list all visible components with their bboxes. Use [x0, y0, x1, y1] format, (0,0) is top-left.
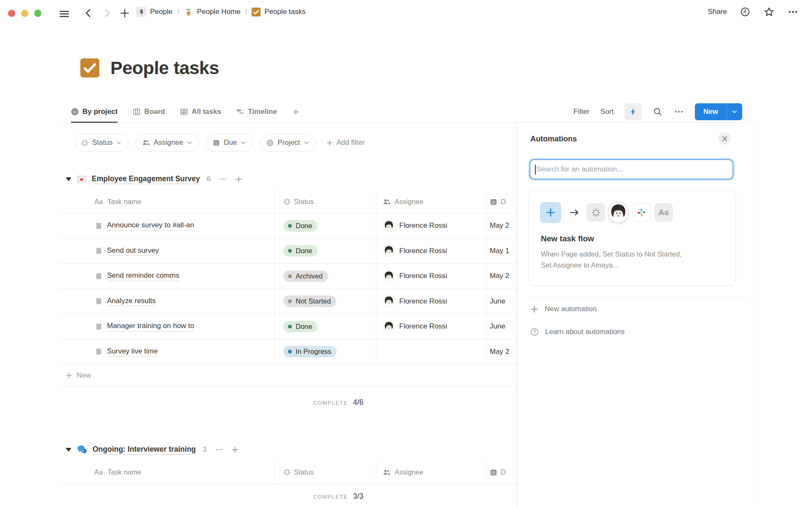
tab-by-project[interactable]: By project [71, 101, 118, 123]
group-title[interactable]: Employee Engagement Survey [92, 174, 200, 184]
collapse-triangle-icon[interactable] [66, 177, 71, 181]
assignee-cell[interactable]: Florence Rossi [376, 289, 487, 314]
favorite-star-icon[interactable] [763, 6, 775, 18]
status-cell[interactable]: Archived [275, 264, 376, 289]
sidebar-toggle-icon[interactable] [59, 8, 70, 19]
column-status[interactable]: Status [294, 198, 314, 206]
column-task-name[interactable]: Task name [107, 198, 141, 206]
page-icon [95, 273, 102, 280]
chip-due[interactable]: Due [206, 134, 253, 152]
task-name-cell[interactable]: Analyze results [59, 289, 275, 314]
add-filter-button[interactable]: Add filter [326, 138, 365, 147]
table-row: Analyze results Not Started Florence Ros… [59, 289, 517, 315]
love-letter-icon [77, 174, 86, 184]
task-name-link[interactable]: Send reminder comms [107, 271, 179, 281]
due-cell[interactable]: May 2 [487, 264, 517, 289]
tab-timeline[interactable]: Timeline [236, 101, 277, 123]
status-cell[interactable]: Done [275, 239, 376, 264]
column-assignee[interactable]: Assignee [395, 468, 423, 476]
chip-status[interactable]: Status [75, 134, 129, 152]
due-cell[interactable]: May 2 [487, 340, 517, 364]
column-due[interactable]: D [501, 198, 506, 206]
page-icon-checkbox[interactable] [80, 58, 99, 77]
chip-assignee[interactable]: Assignee [136, 134, 199, 152]
divider [529, 297, 746, 298]
avatar [383, 245, 395, 257]
close-icon[interactable] [718, 132, 731, 145]
tab-board[interactable]: Board [133, 101, 165, 123]
group-more-icon[interactable] [215, 445, 223, 454]
group-more-icon[interactable] [219, 175, 227, 183]
window-titlebar: People / People Home / People tasks Shar… [0, 0, 812, 24]
view-tabs-bar: By project Board All tasks Timeline Filt… [59, 101, 742, 123]
assignee-cell[interactable]: Florence Rossi [376, 239, 487, 264]
collapse-triangle-icon[interactable] [66, 448, 71, 452]
breadcrumb-people[interactable]: People [150, 8, 173, 16]
task-name-link[interactable]: Send out survey [107, 246, 159, 256]
due-cell[interactable]: June [487, 289, 517, 314]
assignee-cell[interactable]: Florence Rossi [376, 213, 487, 238]
assignee-cell[interactable]: Florence Rossi [376, 264, 487, 289]
group-add-icon[interactable] [235, 176, 242, 183]
due-cell[interactable]: May 1 [487, 239, 517, 264]
due-cell[interactable]: June [487, 314, 517, 339]
share-button[interactable]: Share [708, 8, 727, 16]
breadcrumb-people-tasks[interactable]: People tasks [264, 8, 305, 16]
learn-about-automations-link[interactable]: Learn about automations [530, 328, 625, 336]
sort-button[interactable]: Sort [601, 108, 614, 116]
new-button[interactable]: New [695, 103, 742, 120]
new-button-dropdown[interactable] [727, 103, 742, 120]
status-cell[interactable]: Done [275, 213, 376, 238]
close-window-button[interactable] [8, 10, 15, 17]
tab-all-tasks[interactable]: All tasks [180, 101, 221, 123]
filter-button[interactable]: Filter [573, 108, 590, 116]
back-icon[interactable] [83, 8, 94, 19]
assignee-cell[interactable]: Florence Rossi [376, 314, 487, 339]
group-title[interactable]: Ongoing: Interviewer training [93, 445, 196, 455]
people-icon [383, 469, 390, 476]
new-automation-button[interactable]: New automation [530, 305, 597, 313]
task-name-link[interactable]: Analyze results [107, 297, 156, 306]
due-cell[interactable]: May 2 [487, 213, 517, 238]
task-name-cell[interactable]: Manager training on how to [59, 314, 275, 339]
table-icon [180, 108, 188, 116]
breadcrumb-separator: / [245, 8, 247, 16]
automations-title: Automations [530, 135, 577, 144]
chip-project[interactable]: Project [260, 134, 316, 152]
column-status[interactable]: Status [294, 468, 314, 476]
new-task-row[interactable]: New [59, 364, 517, 387]
clock-history-icon[interactable] [740, 6, 751, 17]
task-name-cell[interactable]: Survey live time [59, 340, 275, 364]
search-icon[interactable] [653, 107, 663, 117]
task-name-cell[interactable]: Send out survey [59, 239, 275, 264]
more-options-icon[interactable] [787, 6, 798, 17]
filter-chips-row: Status Assignee Due Project Add filter [75, 134, 365, 152]
maximize-window-button[interactable] [34, 10, 41, 17]
lightning-icon[interactable] [625, 103, 642, 120]
column-task-name[interactable]: Task name [107, 468, 141, 476]
view-more-icon[interactable] [674, 107, 684, 117]
task-name-link[interactable]: Announce survey to #all-an [107, 221, 194, 231]
avatar [383, 270, 395, 282]
task-name-cell[interactable]: Send reminder comms [59, 264, 275, 289]
status-cell[interactable]: In Progress [275, 340, 376, 364]
column-due[interactable]: D [501, 468, 506, 476]
calendar-icon [490, 198, 497, 206]
status-cell[interactable]: Not Started [275, 289, 376, 314]
automation-card[interactable]: Aa New task flow When Page added, Set St… [529, 190, 736, 286]
column-assignee[interactable]: Assignee [395, 198, 423, 206]
minimize-window-button[interactable] [21, 10, 28, 17]
page-title[interactable]: People tasks [110, 58, 219, 78]
task-name-cell[interactable]: Announce survey to #all-an [59, 213, 275, 238]
add-view-icon[interactable] [292, 108, 299, 116]
forward-icon[interactable] [102, 8, 112, 19]
automation-search-input[interactable] [529, 159, 733, 179]
task-name-link[interactable]: Manager training on how to [107, 322, 194, 331]
task-name-link[interactable]: Survey live time [107, 347, 158, 357]
breadcrumb-people-home[interactable]: People Home [197, 8, 241, 16]
group-add-icon[interactable] [231, 446, 239, 453]
status-cell[interactable]: Done [275, 314, 376, 339]
group-header-interviewer-training: Ongoing: Interviewer training 3 [59, 438, 517, 461]
new-tab-icon[interactable] [119, 8, 130, 19]
assignee-cell[interactable] [376, 340, 487, 364]
